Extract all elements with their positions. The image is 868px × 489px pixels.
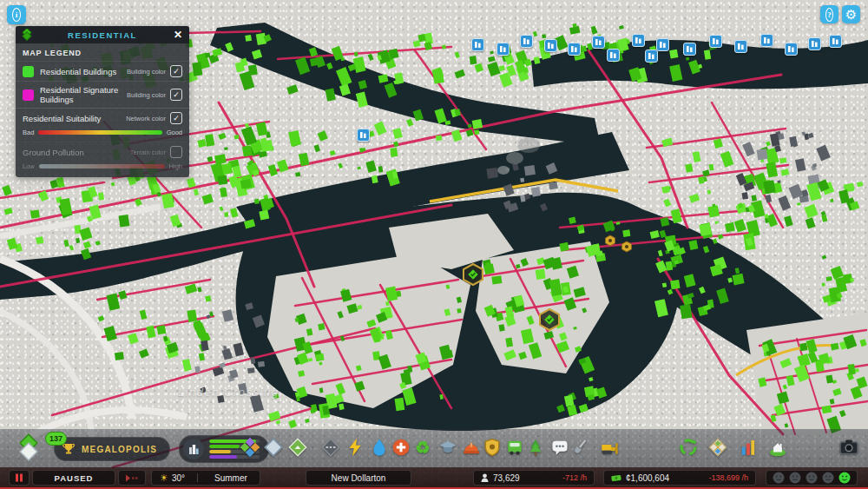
map-info-marker[interactable] <box>656 38 669 51</box>
map-info-marker[interactable] <box>544 39 557 52</box>
education-icon[interactable] <box>437 436 459 459</box>
nature-icon[interactable] <box>766 436 789 459</box>
map-info-marker[interactable] <box>496 43 510 56</box>
sim-state-label: PAUSED <box>32 470 115 486</box>
legend-row-residential-buildings: Residential Buildings Building color <box>16 61 189 81</box>
transport-icon[interactable] <box>503 436 526 459</box>
milestone-group: 137 MEGALOPOLIS <box>14 433 269 466</box>
map-legend-panel: RESIDENTIAL ✕ MAP LEGEND Residential Bui… <box>16 26 189 177</box>
suitability-gradient-row: Bad Good <box>16 128 189 142</box>
svg-text:♻: ♻ <box>415 439 430 457</box>
residential-zone-icon <box>21 29 33 41</box>
map-info-marker[interactable] <box>568 43 581 56</box>
weather-group: ☀ 30° Summer <box>151 470 260 486</box>
electricity-icon[interactable] <box>344 436 366 459</box>
status-bar: PAUSED ☀ 30° Summer New Dollarton <box>0 467 868 489</box>
warning-hex-marker[interactable] <box>621 241 633 253</box>
checkbox-ground-pollution[interactable] <box>170 146 182 158</box>
city-progress-icon <box>183 439 204 459</box>
settings-button[interactable]: ⚙ <box>842 5 860 23</box>
checkbox-suitability[interactable] <box>170 112 182 124</box>
map-info-marker[interactable] <box>734 40 747 53</box>
pollution-gradient-bar <box>39 164 165 169</box>
weather-pill[interactable]: ☀ 30° Summer <box>151 470 260 486</box>
city-name: New Dollarton <box>332 473 386 483</box>
legend-row-suitability: Residential Suitability Network color <box>16 108 189 128</box>
zone-hex-marker[interactable] <box>537 307 562 332</box>
garbage-icon[interactable]: ♻ <box>411 436 434 459</box>
map-info-marker[interactable] <box>645 50 658 63</box>
checkbox-signature-buildings[interactable] <box>170 89 182 101</box>
milestone-zone-icon[interactable]: 137 <box>14 433 45 466</box>
roads-icon[interactable] <box>319 436 342 459</box>
money-group: ¢1,600,604 -138,699 /h <box>603 470 756 486</box>
green-swatch <box>23 66 34 77</box>
map-info-marker[interactable] <box>760 34 773 47</box>
map-info-marker[interactable] <box>592 36 605 49</box>
legend-section-title: MAP LEGEND <box>16 43 189 61</box>
map-info-marker[interactable] <box>683 43 696 56</box>
happiness-face <box>806 472 818 484</box>
help-icon: ? <box>825 8 833 22</box>
parks-icon[interactable] <box>524 436 547 459</box>
help-button[interactable]: ? <box>820 5 838 23</box>
legend-row-ground-pollution: Ground Pollution Terrain color <box>16 142 189 162</box>
map-info-marker[interactable] <box>632 34 645 47</box>
game-screen: Linden Crossing i ? ⚙ RESIDENTIAL ✕ MAP … <box>0 0 868 489</box>
zoning-icon[interactable] <box>239 436 261 459</box>
zone-hex-marker[interactable] <box>461 262 485 287</box>
city-name-pill[interactable]: New Dollarton <box>306 470 411 486</box>
info-button[interactable]: i <box>7 5 26 24</box>
map-info-marker[interactable] <box>520 35 533 48</box>
population-rate: -712 /h <box>562 473 587 482</box>
info-icon: i <box>12 8 21 22</box>
happiness-face <box>773 472 785 484</box>
bottom-toolbar: 137 MEGALOPOLIS <box>0 429 868 467</box>
happiness-meter[interactable] <box>766 470 858 486</box>
police-icon[interactable] <box>481 436 503 459</box>
map-info-marker[interactable] <box>808 37 821 50</box>
photo-mode-icon[interactable] <box>838 436 860 459</box>
population-group: 73,629 -712 /h <box>473 470 595 486</box>
money-amount: ¢1,600,604 <box>626 473 669 483</box>
sim-control-group: PAUSED <box>9 470 146 486</box>
warning-hex-marker[interactable] <box>604 235 616 247</box>
milestone-button[interactable]: MEGALOPOLIS <box>54 437 170 461</box>
legend-title: RESIDENTIAL <box>33 30 172 40</box>
health-icon[interactable] <box>390 436 412 459</box>
happiness-face <box>789 472 801 484</box>
water-icon[interactable] <box>368 436 391 459</box>
checkbox-residential-buildings[interactable] <box>170 65 182 77</box>
fire-icon[interactable] <box>460 436 483 459</box>
population-pill[interactable]: 73,629 -712 /h <box>473 470 595 486</box>
money-pill[interactable]: ¢1,600,604 -138,699 /h <box>603 470 756 486</box>
map-info-marker[interactable] <box>829 35 842 48</box>
population-count: 73,629 <box>493 473 520 483</box>
district-label: Linden Crossing <box>178 386 279 399</box>
suitability-gradient-bar <box>38 130 161 135</box>
pollution-gradient-row: Low High <box>16 162 189 177</box>
money-rate: -138,699 /h <box>708 473 748 482</box>
map-info-marker[interactable] <box>785 43 798 56</box>
close-icon[interactable]: ✕ <box>172 29 184 41</box>
map-info-marker[interactable] <box>709 35 722 48</box>
statistics-icon[interactable] <box>737 436 760 459</box>
play-speed-icon <box>125 474 139 482</box>
map-info-marker[interactable] <box>471 38 484 51</box>
map-info-marker[interactable] <box>357 129 370 142</box>
pause-button[interactable] <box>9 470 30 486</box>
legend-header: RESIDENTIAL ✕ <box>16 26 189 43</box>
landscaping-icon[interactable] <box>569 436 591 459</box>
milestone-count-badge: 137 <box>45 432 67 446</box>
districts-icon[interactable] <box>262 436 285 459</box>
sim-speed-button[interactable] <box>118 470 146 486</box>
environment-icon[interactable] <box>677 436 700 459</box>
map-info-marker[interactable] <box>607 49 620 62</box>
bulldozer-icon[interactable] <box>598 436 621 459</box>
map-overview-icon[interactable] <box>707 436 729 459</box>
map-tiles-icon[interactable] <box>286 436 309 459</box>
population-icon <box>481 473 489 482</box>
pause-icon <box>15 473 23 482</box>
temperature: 30° <box>172 473 185 483</box>
milestone-name: MEGALOPOLIS <box>82 445 157 454</box>
